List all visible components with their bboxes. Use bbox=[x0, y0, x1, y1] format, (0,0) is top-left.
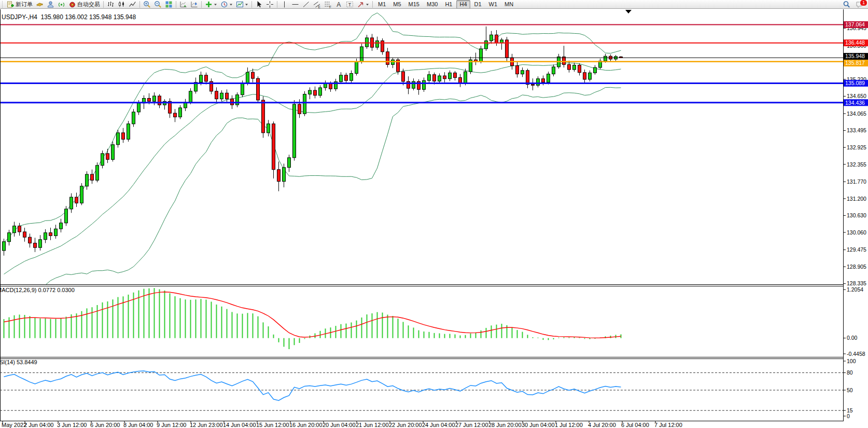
mt4-window: 136.945136.360135.790135.220134.650134.0… bbox=[0, 0, 868, 428]
dropdown-caret-icon bbox=[214, 1, 217, 8]
price-tick-label: 130.060 bbox=[847, 229, 866, 236]
candle-body bbox=[91, 174, 94, 180]
price-tick-label: 128.905 bbox=[847, 264, 866, 270]
search-icon bbox=[843, 1, 850, 8]
toolbar-grip[interactable] bbox=[2, 1, 4, 8]
price-tick-label: 134.650 bbox=[847, 93, 866, 99]
candle-body bbox=[438, 76, 441, 81]
timeframe-m15-button[interactable]: M15 bbox=[405, 0, 423, 9]
candle-body bbox=[495, 35, 498, 43]
timeframe-d1-button[interactable]: D1 bbox=[471, 0, 485, 9]
candle-body bbox=[309, 90, 312, 94]
chart-canvas[interactable]: 136.945136.360135.790135.220134.650134.0… bbox=[0, 0, 868, 428]
candle-body bbox=[277, 170, 281, 182]
pane-splitters[interactable] bbox=[0, 285, 844, 359]
candle-body bbox=[454, 73, 457, 77]
candle-body bbox=[604, 56, 607, 61]
bar-chart-button[interactable] bbox=[105, 0, 116, 9]
templates-button[interactable] bbox=[234, 0, 250, 9]
chart-shift-icon bbox=[190, 1, 198, 8]
time-axis-label: 27 Jun 12:00 bbox=[455, 422, 488, 428]
chart-shift-marker[interactable] bbox=[625, 10, 632, 13]
macd-indicator-label: MACD(12,26,9) 0.0772 0.0300 bbox=[0, 287, 75, 293]
candle-body bbox=[583, 73, 586, 79]
candle-body bbox=[246, 72, 249, 83]
candle-body bbox=[241, 83, 244, 95]
candle-body bbox=[18, 226, 21, 232]
candle-body bbox=[319, 88, 322, 95]
zoom-out-button[interactable] bbox=[152, 0, 163, 9]
fibonacci-button[interactable]: F bbox=[323, 0, 333, 9]
text-label-button[interactable]: T bbox=[344, 0, 355, 9]
signals-icon bbox=[58, 1, 65, 8]
tile-windows-button[interactable] bbox=[163, 0, 174, 9]
cursor-button[interactable] bbox=[254, 0, 264, 9]
candle-body bbox=[251, 72, 255, 78]
horizontal-line-button[interactable] bbox=[290, 0, 301, 9]
price-tick-label: 133.495 bbox=[847, 127, 866, 133]
chart-borders bbox=[0, 9, 868, 421]
signals-button[interactable] bbox=[56, 0, 67, 9]
time-axis-label: 3 Jun 12:00 bbox=[57, 422, 87, 428]
toolbar-separator bbox=[372, 1, 373, 8]
zoom-out-icon bbox=[154, 1, 162, 8]
time-axis-label: 12 Jun 23:00 bbox=[190, 422, 223, 428]
candle-body bbox=[262, 100, 265, 133]
candle-body bbox=[594, 67, 597, 73]
candle-body bbox=[552, 67, 555, 74]
trendline-button[interactable] bbox=[301, 0, 312, 9]
candle-body bbox=[34, 243, 37, 248]
candle-body bbox=[86, 174, 89, 186]
time-axis[interactable]: May 20222 Jun 04:003 Jun 12:006 Jun 20:0… bbox=[2, 421, 682, 428]
chart-shift-button[interactable] bbox=[189, 0, 200, 9]
candle-body bbox=[464, 72, 467, 84]
timeframe-m1-button[interactable]: M1 bbox=[375, 0, 389, 9]
candle-body bbox=[220, 93, 223, 99]
search-button[interactable] bbox=[841, 0, 852, 9]
line-chart-button[interactable] bbox=[127, 0, 138, 9]
indicators-button[interactable] bbox=[203, 0, 219, 9]
text-button[interactable]: A bbox=[333, 0, 344, 9]
metaeditor-button[interactable] bbox=[34, 0, 45, 9]
candle-chart-button[interactable] bbox=[116, 0, 127, 9]
price-axis[interactable]: 136.945136.360135.790135.220134.650134.0… bbox=[844, 9, 868, 421]
text-label-icon: T bbox=[346, 1, 354, 8]
candle-body bbox=[340, 75, 343, 82]
candle-body bbox=[122, 133, 125, 140]
timeframe-m30-button[interactable]: M30 bbox=[424, 0, 441, 9]
periods-button[interactable] bbox=[219, 0, 234, 9]
arrows-icon bbox=[357, 1, 365, 8]
equidistant-channel-button[interactable]: E bbox=[312, 0, 323, 9]
arrows-button[interactable] bbox=[355, 0, 371, 9]
autotrading-button[interactable]: 自动交易 bbox=[67, 0, 102, 9]
new-order-button[interactable]: 新订单 bbox=[5, 0, 34, 9]
price-tick-label: 131.770 bbox=[847, 178, 866, 185]
candle-body bbox=[174, 113, 177, 117]
timeframe-w1-button[interactable]: W1 bbox=[486, 0, 501, 9]
timeframe-h1-button[interactable]: H1 bbox=[442, 0, 455, 9]
time-axis-label: 22 Jun 20:00 bbox=[389, 422, 422, 428]
candle-body bbox=[127, 124, 130, 140]
notifications-button[interactable]: 1 bbox=[854, 0, 865, 9]
profile-button[interactable] bbox=[45, 0, 56, 9]
zoom-in-button[interactable] bbox=[142, 0, 152, 9]
bollinger-lower-band bbox=[4, 87, 621, 306]
time-axis-label: 2 Jun 04:00 bbox=[24, 422, 54, 428]
toolbar-separator bbox=[103, 1, 104, 8]
time-axis-label: 15 Jun 12:00 bbox=[256, 422, 289, 428]
price-tick-label: 130.630 bbox=[847, 212, 866, 218]
crosshair-button[interactable] bbox=[264, 0, 275, 9]
vertical-line-button[interactable] bbox=[279, 0, 290, 9]
timeframe-h4-button[interactable]: H4 bbox=[456, 0, 470, 9]
candle-body bbox=[324, 84, 327, 88]
auto-scroll-button[interactable] bbox=[178, 0, 189, 9]
candle-body bbox=[49, 233, 52, 236]
candle-body bbox=[386, 52, 389, 65]
timeframe-m5-button[interactable]: M5 bbox=[390, 0, 404, 9]
time-axis-label: 16 Jun 20:00 bbox=[289, 422, 323, 428]
periods-icon bbox=[220, 1, 228, 8]
candle-body bbox=[490, 35, 493, 40]
time-axis-label: 6 Jun 20:00 bbox=[90, 422, 120, 428]
timeframe-mn-button[interactable]: MN bbox=[501, 0, 516, 9]
horizontal-line-icon bbox=[291, 1, 299, 8]
